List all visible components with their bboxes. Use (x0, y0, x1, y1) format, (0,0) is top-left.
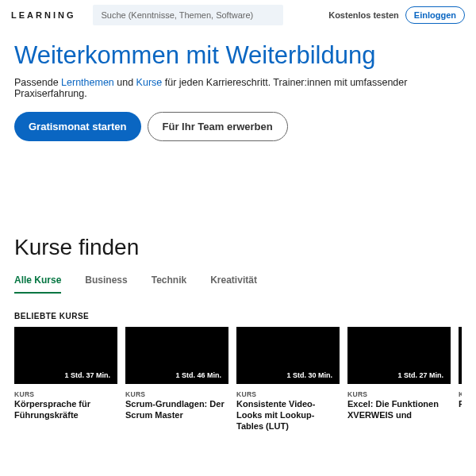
trial-link[interactable]: Kostenlos testen (328, 10, 399, 20)
tab-tech[interactable]: Technik (152, 274, 186, 294)
course-card[interactable]: KU R (459, 327, 462, 432)
course-type-label: KURS (125, 390, 228, 398)
courses-section: Kurse finden Alle Kurse Business Technik… (0, 219, 476, 432)
course-type-label: KURS (347, 390, 451, 398)
cta-row: Gratismonat starten Für Ihr Team erwerbe… (14, 112, 462, 141)
tab-all[interactable]: Alle Kurse (14, 274, 61, 294)
spacer (0, 163, 476, 219)
topics-link[interactable]: Lernthemen (61, 77, 114, 88)
subhead: BELIEBTE KURSE (14, 312, 462, 321)
search-input[interactable]: Suche (Kenntnisse, Themen, Software) (93, 5, 283, 25)
course-title: Scrum-Grundlagen: Der Scrum Master (125, 399, 228, 421)
section-heading: Kurse finden (14, 235, 462, 260)
course-card[interactable]: 1 Std. 30 Min. KURS Konsistente Video-Lo… (236, 327, 340, 432)
team-purchase-button[interactable]: Für Ihr Team erwerben (148, 112, 288, 141)
tabs: Alle Kurse Business Technik Kreativität (14, 274, 462, 294)
course-thumbnail: 1 Std. 46 Min. (125, 327, 228, 384)
header: LEARNING Suche (Kenntnisse, Themen, Soft… (0, 0, 476, 31)
hero: Weiterkommen mit Weiterbildung Passende … (0, 31, 476, 163)
course-type-label: KU (459, 390, 462, 398)
course-thumbnail: 1 Std. 27 Min. (347, 327, 451, 384)
duration-badge: 1 Std. 46 Min. (171, 370, 225, 381)
course-title: Excel: Die Funktionen XVERWEIS und (347, 399, 451, 421)
logo: LEARNING (11, 10, 75, 20)
course-card[interactable]: 1 Std. 46 Min. KURS Scrum-Grundlagen: De… (125, 327, 228, 432)
course-thumbnail: 1 Std. 30 Min. (236, 327, 340, 384)
course-type-label: KURS (14, 390, 117, 398)
course-type-label: KURS (236, 390, 340, 398)
course-title: Konsistente Video-Looks mit Lookup-Table… (236, 399, 340, 432)
course-card[interactable]: 1 Std. 27 Min. KURS Excel: Die Funktione… (347, 327, 451, 432)
duration-badge: 1 Std. 30 Min. (282, 370, 336, 381)
course-card[interactable]: 1 Std. 37 Min. KURS Körpersprache für Fü… (14, 327, 117, 432)
hero-subtitle: Passende Lernthemen und Kurse für jeden … (14, 77, 462, 99)
course-title: R (459, 399, 462, 410)
tab-creative[interactable]: Kreativität (210, 274, 257, 294)
course-thumbnail: 1 Std. 37 Min. (14, 327, 117, 384)
header-actions: Kostenlos testen Einloggen (328, 6, 465, 24)
login-button[interactable]: Einloggen (405, 6, 465, 24)
course-title: Körpersprache für Führungskräfte (14, 399, 117, 421)
courses-link[interactable]: Kurse (136, 77, 163, 88)
course-thumbnail (459, 327, 462, 384)
tab-business[interactable]: Business (85, 274, 127, 294)
hero-title: Weiterkommen mit Weiterbildung (14, 42, 462, 69)
course-cards: 1 Std. 37 Min. KURS Körpersprache für Fü… (14, 327, 462, 432)
duration-badge: 1 Std. 27 Min. (393, 370, 447, 381)
duration-badge: 1 Std. 37 Min. (60, 370, 114, 381)
start-free-month-button[interactable]: Gratismonat starten (14, 112, 141, 141)
